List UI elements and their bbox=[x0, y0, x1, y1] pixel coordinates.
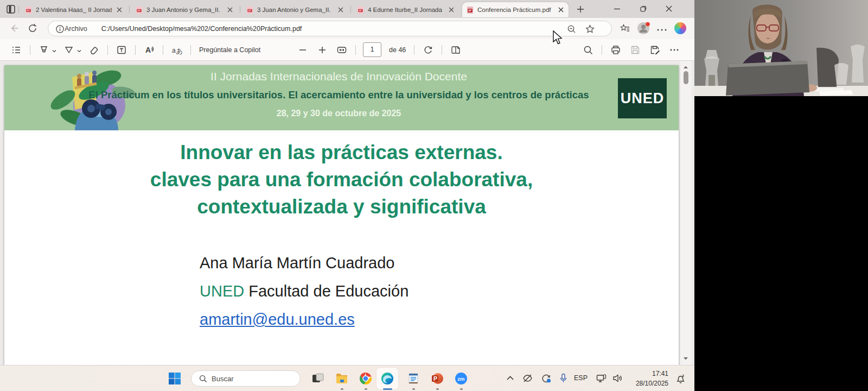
affiliation-org: UNED bbox=[200, 282, 244, 300]
affiliation-rest: Facultad de Educación bbox=[244, 282, 409, 300]
rotate-icon[interactable] bbox=[423, 45, 433, 55]
sync-status-icon[interactable] bbox=[540, 373, 552, 384]
tab-close-icon[interactable] bbox=[226, 6, 234, 14]
speaker-scene bbox=[694, 0, 868, 96]
scroll-down-icon[interactable] bbox=[682, 355, 689, 362]
url-field[interactable]: Archivo C:/Users/Uned/Desktop/mesa%202/C… bbox=[48, 21, 612, 36]
network-icon[interactable] bbox=[596, 373, 607, 384]
tab-title: 2 Valentina Haas_ II Jornad bbox=[36, 7, 112, 13]
svg-text:zm: zm bbox=[457, 376, 464, 382]
clock[interactable]: 17:41 28/10/2025 bbox=[624, 369, 668, 388]
taskbar-search-box[interactable]: Buscar bbox=[191, 370, 301, 387]
powerpoint-icon[interactable]: P bbox=[431, 372, 444, 385]
profile-avatar[interactable] bbox=[637, 22, 650, 35]
tab-valentina-haas[interactable]: 2 Valentina Haas_ II Jornad bbox=[21, 2, 127, 17]
fit-to-width-icon[interactable] bbox=[336, 45, 347, 55]
tab-juan-antonio-gema-1[interactable]: 3 Juan Antonio y Gema_II. bbox=[131, 2, 238, 17]
pdf-page-1: II Jornadas Internacionales de Innovació… bbox=[4, 65, 679, 365]
tab-title: Conferencia Prácticum.pdf bbox=[477, 7, 553, 13]
highlighter-icon[interactable] bbox=[39, 45, 49, 55]
page-view-icon[interactable] bbox=[450, 45, 461, 55]
table-of-contents-icon[interactable] bbox=[11, 45, 22, 55]
chrome-icon[interactable] bbox=[359, 372, 372, 385]
tab-juan-antonio-gema-2[interactable]: 3 Juan Antonio y Gema_II. bbox=[242, 2, 348, 17]
tab-conferencia-practicum-active[interactable]: Conferencia Prácticum.pdf bbox=[462, 2, 569, 17]
author-name: Ana María Martín Cuadrado bbox=[200, 249, 409, 277]
tab-close-icon[interactable] bbox=[115, 6, 123, 14]
pdf-file-icon bbox=[356, 6, 365, 14]
tray-time: 17:41 bbox=[624, 369, 668, 379]
svg-text:a: a bbox=[172, 46, 176, 54]
url-text: C:/Users/Uned/Desktop/mesa%202/Conferenc… bbox=[101, 25, 302, 33]
svg-text:A: A bbox=[145, 46, 151, 54]
language-indicator[interactable]: ESP bbox=[574, 374, 588, 382]
tab-close-icon[interactable] bbox=[557, 6, 565, 14]
ask-copilot-button[interactable]: Pregúntale a Copilot bbox=[199, 46, 260, 54]
camera-off-icon[interactable] bbox=[522, 373, 533, 384]
tab-divider bbox=[18, 6, 19, 13]
zoom-app-icon[interactable]: zm bbox=[455, 372, 468, 385]
window-minimize-button[interactable] bbox=[605, 0, 629, 17]
add-text-icon[interactable] bbox=[116, 45, 127, 55]
tab-close-icon[interactable] bbox=[447, 6, 455, 14]
window-close-button[interactable] bbox=[656, 0, 681, 17]
svg-text:z: z bbox=[682, 374, 685, 377]
vertical-scrollbar[interactable] bbox=[680, 61, 692, 365]
pdf-toolbar: A aあ Pregúntale a Copilot 1 de 46 bbox=[0, 39, 694, 61]
author-email-link[interactable]: amartin@edu.uned.es bbox=[200, 305, 409, 333]
edge-active-indicator bbox=[383, 388, 392, 390]
search-document-icon[interactable] bbox=[583, 45, 593, 55]
running-app-dot bbox=[365, 388, 367, 390]
volume-icon[interactable] bbox=[612, 373, 623, 384]
chevron-down-icon[interactable] bbox=[52, 48, 57, 54]
pdf-viewer[interactable]: II Jornadas Internacionales de Innovació… bbox=[0, 61, 694, 365]
tab-divider bbox=[240, 6, 240, 13]
banner-subtitle: El Prácticum en los títulos universitari… bbox=[72, 89, 605, 101]
favorite-star-icon[interactable] bbox=[585, 24, 595, 34]
chevron-down-icon[interactable] bbox=[76, 48, 82, 54]
notification-bell-icon[interactable]: z bbox=[675, 373, 686, 384]
reload-icon[interactable] bbox=[27, 23, 38, 34]
favorites-bar-icon[interactable] bbox=[620, 23, 630, 34]
scroll-up-icon[interactable] bbox=[682, 64, 689, 71]
toolbar-divider bbox=[602, 45, 602, 55]
slide-header-banner: II Jornadas Internacionales de Innovació… bbox=[4, 65, 679, 130]
microphone-icon[interactable] bbox=[558, 373, 569, 384]
browser-tab-bar: 2 Valentina Haas_ II Jornad 3 Juan Anton… bbox=[0, 0, 694, 18]
print-icon[interactable] bbox=[610, 45, 621, 55]
file-explorer-icon[interactable] bbox=[335, 372, 348, 385]
search-icon bbox=[199, 375, 207, 383]
tab-actions-menu-icon[interactable] bbox=[5, 4, 16, 15]
info-icon[interactable] bbox=[55, 24, 65, 34]
more-options-icon[interactable] bbox=[669, 45, 680, 55]
window-restore-button[interactable] bbox=[631, 0, 655, 17]
scrollbar-thumb[interactable] bbox=[684, 71, 688, 84]
zoom-in-icon[interactable] bbox=[317, 45, 328, 55]
zoom-out-page-icon[interactable] bbox=[566, 24, 577, 34]
back-icon[interactable] bbox=[9, 23, 20, 34]
translate-icon[interactable]: aあ bbox=[171, 45, 182, 55]
page-number-input[interactable]: 1 bbox=[363, 42, 381, 57]
banner-dates: 28, 29 y 30 de octubre de 2025 bbox=[80, 109, 597, 118]
read-aloud-icon[interactable]: A bbox=[144, 45, 155, 55]
page-count-label: de 46 bbox=[389, 46, 406, 54]
new-tab-button[interactable] bbox=[575, 4, 586, 15]
tab-edurne-iturbe[interactable]: 4 Edurne Iturbe_II Jornada bbox=[353, 2, 459, 17]
tab-title: 4 Edurne Iturbe_II Jornada bbox=[368, 7, 444, 13]
edge-icon[interactable] bbox=[381, 372, 394, 385]
pdf-file-icon bbox=[466, 6, 474, 14]
notepad-icon[interactable] bbox=[407, 372, 420, 385]
tray-chevron-up-icon[interactable] bbox=[505, 373, 516, 384]
running-app-dot bbox=[460, 388, 463, 390]
zoom-out-icon[interactable] bbox=[297, 45, 308, 55]
task-view-icon[interactable] bbox=[311, 372, 324, 385]
settings-more-icon[interactable] bbox=[656, 24, 667, 35]
draw-pen-icon[interactable] bbox=[63, 45, 74, 55]
eraser-icon[interactable] bbox=[88, 45, 99, 55]
start-button-icon[interactable] bbox=[168, 372, 181, 385]
copilot-icon[interactable] bbox=[674, 22, 686, 34]
tab-close-icon[interactable] bbox=[336, 6, 344, 14]
pdf-file-icon bbox=[246, 6, 254, 14]
save-as-icon[interactable] bbox=[649, 45, 660, 55]
windows-taskbar: Buscar P zm ESP 17:41 28/10/2025 z bbox=[0, 365, 694, 391]
